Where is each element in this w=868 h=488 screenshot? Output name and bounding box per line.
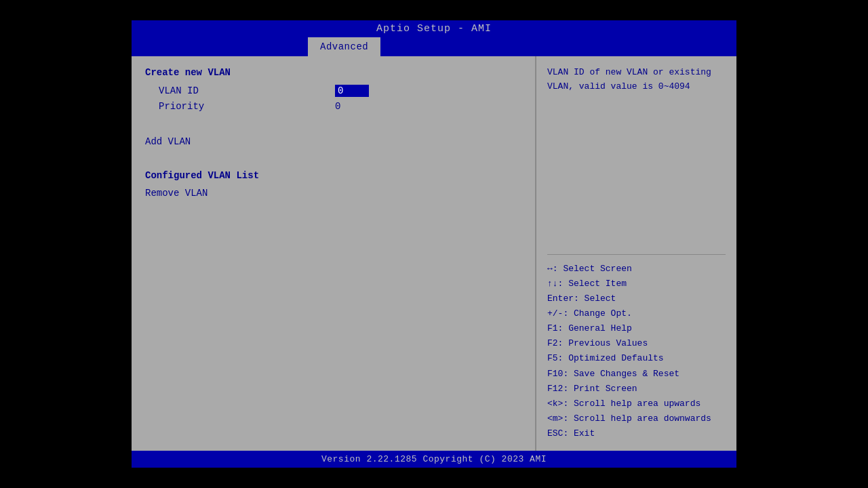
shortcut-select-screen: ↔: Select Screen bbox=[547, 262, 726, 277]
shortcut-esc: ESC: Exit bbox=[547, 426, 726, 441]
shortcut-select-item: ↑↓: Select Item bbox=[547, 277, 726, 291]
shortcut-f5: F5: Optimized Defaults bbox=[547, 351, 726, 366]
content-area: Create new VLAN VLAN ID 0 Priority 0 Add… bbox=[132, 56, 736, 451]
help-text: VLAN ID of new VLAN or existing VLAN, va… bbox=[547, 66, 726, 94]
vlan-id-value[interactable]: 0 bbox=[335, 85, 369, 97]
tab-advanced[interactable]: Advanced bbox=[308, 37, 380, 56]
remove-vlan-link[interactable]: Remove VLAN bbox=[145, 188, 521, 199]
title-bar: Aptio Setup - AMI bbox=[132, 20, 736, 37]
section-configured-vlan: Configured VLAN List bbox=[145, 170, 521, 181]
vlan-id-row: VLAN ID 0 bbox=[145, 85, 521, 97]
add-vlan-link[interactable]: Add VLAN bbox=[145, 136, 521, 147]
priority-value: 0 bbox=[335, 101, 340, 112]
shortcut-f2: F2: Previous Values bbox=[547, 336, 726, 351]
menu-bar: Advanced bbox=[132, 37, 736, 56]
priority-row: Priority 0 bbox=[145, 101, 521, 112]
shortcut-f12: F12: Print Screen bbox=[547, 382, 726, 396]
shortcut-change-opt: +/-: Change Opt. bbox=[547, 306, 726, 321]
right-panel: VLAN ID of new VLAN or existing VLAN, va… bbox=[536, 56, 736, 451]
shortcut-m: <m>: Scroll help area downwards bbox=[547, 411, 726, 426]
shortcut-enter: Enter: Select bbox=[547, 291, 726, 306]
shortcut-f10: F10: Save Changes & Reset bbox=[547, 367, 726, 382]
shortcuts-list: ↔: Select Screen ↑↓: Select Item Enter: … bbox=[547, 262, 726, 441]
left-panel: Create new VLAN VLAN ID 0 Priority 0 Add… bbox=[132, 56, 536, 451]
section-create-vlan: Create new VLAN bbox=[145, 67, 521, 78]
shortcut-k: <k>: Scroll help area upwards bbox=[547, 396, 726, 411]
shortcut-f1: F1: General Help bbox=[547, 321, 726, 336]
priority-label: Priority bbox=[159, 101, 226, 112]
divider bbox=[547, 254, 726, 255]
vlan-id-label: VLAN ID bbox=[159, 85, 226, 96]
footer: Version 2.22.1285 Copyright (C) 2023 AMI bbox=[132, 451, 736, 468]
